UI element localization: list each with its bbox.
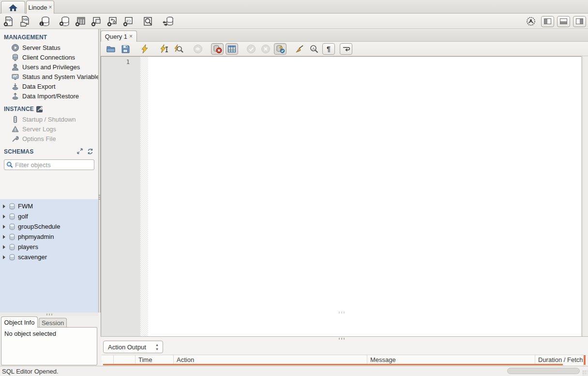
sidebar-item-client-connections[interactable]: Client Connections — [0, 52, 98, 62]
expander-icon[interactable] — [3, 225, 5, 229]
sql-editor-region: Query 1 × — [101, 29, 588, 366]
column-index[interactable] — [114, 355, 136, 365]
schema-item-groupschedule[interactable]: groupSchedule — [0, 221, 98, 232]
commit-button[interactable] — [245, 43, 257, 55]
preferences-button[interactable] — [524, 15, 538, 28]
tab-session[interactable]: Session — [39, 318, 67, 328]
new-sql-tab-button[interactable]: SQL — [1, 15, 16, 28]
connection-tab-close-icon[interactable]: × — [49, 4, 52, 10]
server-logs-icon — [12, 125, 19, 133]
beautify-button[interactable] — [293, 43, 306, 55]
schema-item-scavenger[interactable]: scavenger — [0, 252, 98, 262]
navigator-sidebar: MANAGEMENT Server Status Client Connecti… — [0, 29, 98, 313]
column-duration-fetch[interactable]: Duration / Fetch — [535, 355, 584, 365]
schema-item-players[interactable]: players — [0, 242, 98, 252]
tab-query-1[interactable]: Query 1 × — [101, 31, 137, 42]
output-type-selector[interactable]: Action Output ▲▼ — [103, 341, 163, 353]
item-label: Client Connections — [22, 54, 75, 61]
schema-label: players — [18, 243, 38, 251]
output-splitter-grip[interactable] — [339, 338, 345, 340]
search-table-data-button[interactable] — [141, 15, 155, 28]
expander-icon[interactable] — [3, 235, 5, 239]
bottom-horizontal-scrollbar[interactable] — [507, 368, 580, 374]
tab-object-info[interactable]: Object Info — [1, 316, 38, 328]
svg-text:SQL: SQL — [23, 18, 29, 21]
create-table-button[interactable] — [73, 15, 88, 28]
sql-code-editor[interactable]: 1 — [101, 56, 582, 362]
column-message[interactable]: Message — [367, 355, 535, 365]
create-procedure-button[interactable] — [105, 15, 120, 28]
sql-editor-toolbar: A ¶ — [101, 42, 588, 56]
pilcrow-icon: ¶ — [327, 45, 331, 53]
wrap-text-button[interactable] — [340, 43, 352, 55]
show-invisibles-button[interactable]: ¶ — [322, 43, 335, 55]
query-tab-close-icon[interactable]: × — [129, 33, 133, 39]
output-table-header: Time Action Message Duration / Fetch — [102, 355, 584, 365]
editor-vertical-scrollbar-track[interactable] — [582, 56, 588, 362]
expander-icon[interactable] — [3, 215, 5, 219]
schema-icon — [9, 203, 15, 210]
reconnect-dbms-button[interactable] — [161, 15, 175, 28]
svg-text:SQL: SQL — [6, 18, 13, 21]
schema-item-golf[interactable]: golf — [0, 211, 98, 221]
toggle-bottom-panel-button[interactable] — [557, 16, 570, 27]
refresh-schemas-icon[interactable] — [87, 148, 93, 155]
execute-script-button[interactable] — [138, 43, 151, 55]
schema-label: FWM — [18, 203, 33, 210]
sidebar-item-status-system-variables[interactable]: Status and System Variables — [0, 72, 98, 81]
schemas-section-title: SCHEMAS — [0, 143, 98, 157]
sidebar-item-server-logs[interactable]: Server Logs — [0, 124, 98, 134]
find-button[interactable]: A — [308, 43, 320, 55]
column-time[interactable]: Time — [136, 355, 174, 365]
rollback-button[interactable] — [259, 43, 272, 55]
expander-icon[interactable] — [3, 204, 5, 208]
explain-plan-button[interactable] — [172, 43, 185, 55]
stop-query-button[interactable] — [192, 43, 204, 55]
editor-splitter-grip[interactable] — [339, 312, 345, 313]
toggle-limit-rows-button[interactable] — [226, 43, 238, 55]
schema-item-fwm[interactable]: FWM — [0, 201, 98, 211]
schema-filter-input[interactable] — [15, 161, 88, 169]
toggle-left-panel-button[interactable] — [541, 16, 554, 27]
open-sql-script-button[interactable]: SQL — [17, 15, 32, 28]
schema-label: groupSchedule — [18, 223, 60, 230]
item-label: Server Status — [22, 44, 60, 51]
create-schema-button[interactable] — [57, 15, 72, 28]
instance-title-text: INSTANCE — [4, 106, 34, 112]
mysql-workbench-window: Linode × SQL SQL i f() — [0, 0, 588, 376]
sidebar-item-users-privileges[interactable]: Users and Privileges — [0, 62, 98, 72]
open-script-button[interactable] — [105, 43, 117, 55]
options-file-icon — [12, 135, 19, 142]
expand-schemas-icon[interactable] — [77, 148, 83, 154]
schema-inspector-button[interactable]: i — [37, 15, 52, 28]
svg-text:f(): f() — [126, 18, 131, 23]
sidebar-info-splitter[interactable] — [0, 313, 98, 316]
sidebar-item-server-status[interactable]: Server Status — [0, 43, 98, 52]
sidebar-item-data-import[interactable]: Data Import/Restore — [0, 91, 98, 101]
create-function-button[interactable]: f() — [121, 15, 136, 28]
toggle-stop-on-error-button[interactable] — [211, 43, 224, 55]
create-view-button[interactable] — [89, 15, 104, 28]
schema-filter-box[interactable] — [4, 159, 94, 170]
save-script-button[interactable] — [119, 43, 132, 55]
sidebar-item-data-export[interactable]: Data Export — [0, 81, 98, 91]
connection-tab-label: Linode — [28, 4, 47, 11]
schema-label: phpmyadmin — [18, 233, 54, 240]
item-label: Data Import/Restore — [22, 93, 79, 100]
column-status[interactable] — [102, 355, 114, 365]
home-tab[interactable] — [1, 1, 25, 14]
schema-item-phpmyadmin[interactable]: phpmyadmin — [0, 232, 98, 242]
window-resize-grip[interactable] — [582, 370, 587, 375]
schema-label: golf — [18, 213, 28, 220]
sidebar-item-options-file[interactable]: Options File — [0, 134, 98, 143]
execute-current-statement-button[interactable] — [158, 43, 170, 55]
output-vertical-scrollbar[interactable] — [584, 355, 586, 365]
sidebar-item-startup-shutdown[interactable]: Startup / Shutdown — [0, 114, 98, 124]
column-action[interactable]: Action — [174, 355, 367, 365]
expander-icon[interactable] — [3, 255, 5, 259]
connection-tab-linode[interactable]: Linode × — [26, 0, 54, 14]
toggle-right-panel-button[interactable] — [573, 16, 586, 27]
status-message: SQL Editor Opened. — [2, 368, 59, 375]
toggle-autocommit-button[interactable] — [274, 43, 286, 55]
expander-icon[interactable] — [3, 245, 5, 249]
